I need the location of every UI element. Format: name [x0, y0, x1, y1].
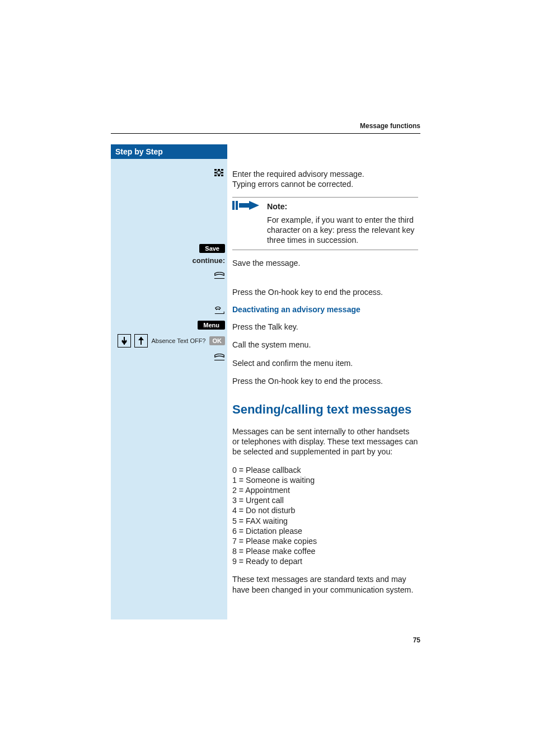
list-item: 6 = Dictation please — [232, 526, 418, 536]
svg-rect-8 — [217, 171, 221, 174]
svg-rect-5 — [214, 175, 217, 176]
svg-rect-0 — [214, 169, 217, 171]
list-item: 4 = Do not disturb — [232, 505, 418, 515]
absence-text-off-label: Absence Text OFF? — [151, 337, 205, 344]
save-softkey: Save — [199, 244, 225, 253]
talk-key-icon — [214, 306, 225, 315]
onhook-key-icon — [214, 271, 225, 280]
svg-rect-9 — [232, 201, 235, 210]
list-item: 0 = Please callback — [232, 465, 418, 475]
save-message-text: Save the message. — [232, 258, 418, 268]
messages-intro: Messages can be sent internally to other… — [232, 426, 418, 457]
standard-texts-note: These text messages are standard texts a… — [232, 574, 418, 594]
svg-rect-2 — [221, 169, 223, 171]
svg-rect-1 — [218, 169, 220, 171]
ok-softkey: OK — [209, 336, 226, 345]
svg-rect-6 — [218, 175, 220, 176]
deactivating-subheading: Deactivating an advisory message — [232, 305, 418, 315]
call-menu-text: Call the system menu. — [232, 340, 418, 350]
list-item: 3 = Urgent call — [232, 495, 418, 505]
list-item: 9 = Ready to depart — [232, 556, 418, 566]
list-item: 5 = FAX waiting — [232, 516, 418, 526]
svg-rect-3 — [214, 172, 217, 173]
list-item: 7 = Please make copies — [232, 536, 418, 546]
onhook-text-1: Press the On-hook key to end the process… — [232, 287, 418, 297]
continue-label: continue: — [193, 256, 226, 265]
note-label: Note: — [267, 201, 287, 212]
header-rule — [111, 133, 420, 134]
section-header: Message functions — [360, 122, 420, 130]
content-column: Enter the required advisory message. Typ… — [232, 157, 418, 603]
svg-rect-11 — [239, 203, 249, 208]
page-number: 75 — [413, 636, 420, 644]
list-item: 2 = Appointment — [232, 485, 418, 495]
sending-calling-heading: Sending/calling text messages — [232, 402, 418, 417]
svg-rect-4 — [221, 172, 223, 173]
note-body: For example, if you want to enter the th… — [267, 215, 418, 246]
note-box: Note: For example, if you want to enter … — [232, 197, 418, 250]
note-arrow-icon — [232, 201, 259, 212]
menu-softkey: Menu — [198, 321, 225, 330]
arrow-down-icon — [118, 334, 131, 348]
list-item: 1 = Someone is waiting — [232, 475, 418, 485]
enter-message-line1: Enter the required advisory message. — [232, 170, 364, 179]
keypad-icon — [214, 169, 225, 178]
list-item: 8 = Please make coffee — [232, 546, 418, 556]
sidebar-step-column: Save continue: Menu — [111, 157, 227, 362]
arrow-up-icon — [134, 334, 148, 348]
onhook-key-icon — [214, 353, 225, 362]
enter-message-line2: Typing errors cannot be corrected. — [232, 180, 353, 189]
message-templates-list: 0 = Please callback 1 = Someone is waiti… — [232, 465, 418, 567]
select-confirm-text: Select and confirm the menu item. — [232, 358, 418, 368]
press-talk-text: Press the Talk key. — [232, 322, 418, 332]
svg-rect-7 — [221, 175, 223, 176]
svg-rect-10 — [236, 201, 238, 210]
onhook-text-2: Press the On-hook key to end the process… — [232, 376, 418, 386]
